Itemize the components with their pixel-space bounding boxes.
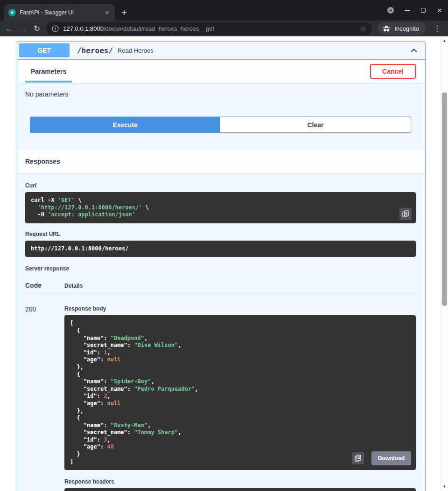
fastapi-favicon-icon bbox=[8, 9, 16, 16]
back-icon[interactable]: ← bbox=[6, 25, 14, 33]
reload-icon[interactable]: ↻ bbox=[34, 25, 40, 33]
browser-toolbar: ← → ↻ 127.0.0.1:8000/docs#/default/read_… bbox=[0, 21, 448, 36]
scroll-up-icon[interactable]: ▲ bbox=[441, 39, 448, 43]
curl-label: Curl bbox=[25, 182, 416, 189]
download-button[interactable]: Download bbox=[371, 451, 411, 465]
code-column-header: Code bbox=[25, 282, 64, 289]
response-row-200: 200 Response body [ { "name": "Deadpond"… bbox=[25, 305, 416, 491]
request-url-value: http://127.0.0.1:8000/heroes/ bbox=[31, 245, 410, 253]
responses-body: Curl curl -X 'GET' \ 'http://127.0.0.1:8… bbox=[17, 173, 425, 491]
copy-curl-icon[interactable] bbox=[399, 208, 412, 220]
minimize-button[interactable] bbox=[403, 7, 411, 14]
browser-menu-icon[interactable]: ⋮ bbox=[432, 24, 442, 34]
browser-tab[interactable]: FastAPI - Swagger UI × bbox=[4, 4, 115, 21]
parameters-header: Parameters Cancel bbox=[17, 60, 425, 83]
parameters-body: No parameters Execute Clear bbox=[17, 83, 425, 150]
response-headers-block: content-length: 205content-type: applica… bbox=[64, 488, 416, 491]
curl-command-block: curl -X 'GET' \ 'http://127.0.0.1:8000/h… bbox=[25, 192, 416, 223]
scroll-down-icon[interactable]: ▼ bbox=[441, 484, 448, 489]
url-path: /docs#/default/read_heroes_heroes__get bbox=[104, 25, 214, 32]
tab-close-icon[interactable]: × bbox=[104, 9, 110, 16]
incognito-badge: Incognito bbox=[378, 22, 426, 35]
copy-response-icon[interactable] bbox=[352, 452, 364, 464]
swagger-page: GET /heroes/ Read Heroes Parameters Canc… bbox=[0, 36, 441, 491]
no-parameters-text: No parameters bbox=[25, 90, 416, 98]
status-code: 200 bbox=[25, 305, 64, 491]
endpoint-path: /heroes/ bbox=[70, 46, 118, 55]
response-body-label: Response body bbox=[64, 305, 416, 312]
method-badge: GET bbox=[19, 43, 70, 57]
page-scrollbar[interactable]: ▲ ▼ bbox=[441, 36, 448, 491]
response-table-header: Code Details bbox=[25, 275, 416, 294]
site-info-icon[interactable] bbox=[52, 25, 59, 32]
request-url-block: http://127.0.0.1:8000/heroes/ bbox=[25, 241, 416, 257]
clear-button[interactable]: Clear bbox=[220, 117, 411, 133]
new-tab-button[interactable]: + bbox=[121, 4, 127, 21]
address-bar[interactable]: 127.0.0.1:8000/docs#/default/read_heroes… bbox=[46, 22, 372, 35]
url-input[interactable]: 127.0.0.1:8000/docs#/default/read_heroes… bbox=[63, 25, 356, 32]
scrollbar-thumb[interactable] bbox=[442, 92, 447, 306]
tab-search-icon[interactable] bbox=[387, 7, 394, 14]
window-controls: × bbox=[387, 0, 443, 21]
tab-bar: FastAPI - Swagger UI × + × bbox=[0, 0, 448, 21]
details-column-header: Details bbox=[64, 283, 83, 289]
server-response-label: Server response bbox=[25, 265, 416, 272]
bookmark-star-icon[interactable]: ☆ bbox=[360, 24, 366, 33]
opblock-get-heroes: GET /heroes/ Read Heroes Parameters Canc… bbox=[17, 41, 426, 491]
maximize-button[interactable] bbox=[420, 7, 427, 14]
collapse-chevron-icon[interactable] bbox=[409, 46, 419, 55]
url-host: 127.0.0.1:8000 bbox=[63, 25, 104, 32]
browser-chrome: FastAPI - Swagger UI × + × ← → ↻ 127.0.0… bbox=[0, 0, 448, 36]
execute-wrapper: Execute Clear bbox=[25, 98, 416, 150]
responses-header: Responses bbox=[17, 150, 425, 173]
responses-title: Responses bbox=[25, 151, 60, 172]
cancel-button[interactable]: Cancel bbox=[370, 64, 416, 79]
tab-title: FastAPI - Swagger UI bbox=[20, 9, 100, 16]
forward-icon[interactable]: → bbox=[20, 25, 28, 33]
tab-parameters[interactable]: Parameters bbox=[25, 60, 72, 83]
execute-button[interactable]: Execute bbox=[30, 117, 220, 133]
endpoint-summary: Read Heroes bbox=[118, 47, 409, 54]
incognito-icon bbox=[382, 25, 391, 32]
response-headers-label: Response headers bbox=[64, 478, 416, 485]
request-url-label: Request URL bbox=[25, 231, 416, 237]
close-window-button[interactable]: × bbox=[436, 7, 443, 14]
opblock-summary[interactable]: GET /heroes/ Read Heroes bbox=[17, 41, 425, 60]
response-body-actions: Download bbox=[352, 451, 411, 465]
response-details: Response body [ { "name": "Deadpond", "s… bbox=[64, 305, 416, 491]
incognito-label: Incognito bbox=[394, 25, 419, 32]
response-body-block: [ { "name": "Deadpond", "secret_name": "… bbox=[64, 315, 416, 470]
